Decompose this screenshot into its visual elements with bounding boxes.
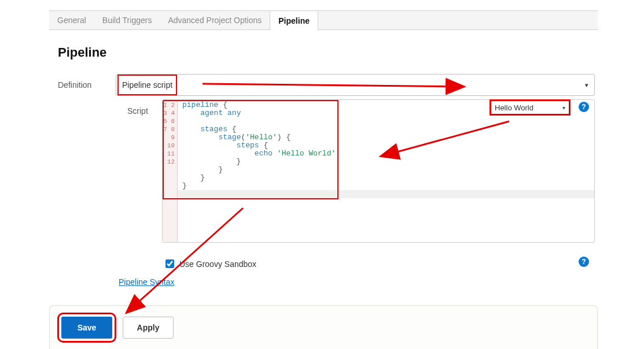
definition-select[interactable]: Pipeline script ▾	[116, 74, 595, 96]
script-row: Script 1 2 3 4 5 6 7 8 9 10 11 12 pipeli…	[58, 99, 595, 243]
section-title: Pipeline	[58, 45, 106, 60]
tab-general[interactable]: General	[49, 11, 94, 29]
tab-pipeline[interactable]: Pipeline	[270, 12, 318, 30]
pipeline-syntax-link[interactable]: Pipeline Syntax	[119, 277, 175, 287]
groovy-sandbox-checkbox[interactable]	[165, 259, 174, 268]
tab-build-triggers[interactable]: Build Triggers	[94, 11, 160, 29]
definition-row: Definition Pipeline script ▾	[58, 74, 595, 96]
definition-label: Definition	[58, 80, 116, 90]
definition-selected: Pipeline script	[122, 79, 172, 91]
help-icon[interactable]: ?	[579, 257, 589, 267]
save-button[interactable]: Save	[61, 317, 112, 339]
chevron-down-icon: ▾	[585, 81, 588, 89]
sample-selected: Hello World	[495, 103, 533, 112]
sandbox-label: Use Groovy Sandbox	[179, 259, 256, 269]
editor-gutter: 1 2 3 4 5 6 7 8 9 10 11 12	[163, 100, 178, 242]
script-label: Script	[58, 99, 162, 243]
tab-advanced-options[interactable]: Advanced Project Options	[160, 11, 270, 29]
sample-script-select[interactable]: Hello World ▾	[490, 99, 571, 116]
chevron-down-icon: ▾	[562, 105, 565, 111]
script-editor[interactable]: 1 2 3 4 5 6 7 8 9 10 11 12 pipeline { ag…	[162, 99, 595, 243]
footer-bar: Save Apply	[49, 305, 598, 349]
config-tabs: General Build Triggers Advanced Project …	[49, 10, 598, 30]
apply-button[interactable]: Apply	[123, 317, 174, 339]
help-icon[interactable]: ?	[579, 102, 589, 112]
sandbox-row: Use Groovy Sandbox	[163, 258, 256, 270]
